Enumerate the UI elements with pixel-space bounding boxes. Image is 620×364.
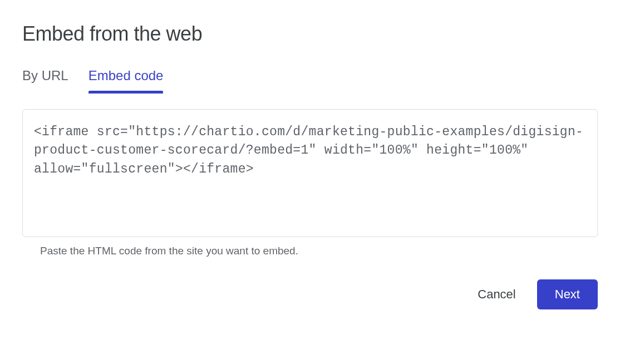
button-row: Cancel Next [22,279,598,309]
dialog-title: Embed from the web [22,22,598,46]
embed-code-textarea[interactable] [34,123,586,223]
tabs-container: By URL Embed code [22,68,598,94]
helper-text: Paste the HTML code from the site you wa… [40,245,598,257]
embed-code-container [22,109,598,237]
tab-embed-code[interactable]: Embed code [88,68,164,94]
tab-by-url[interactable]: By URL [22,68,68,94]
next-button[interactable]: Next [537,279,598,309]
cancel-button[interactable]: Cancel [468,279,525,309]
